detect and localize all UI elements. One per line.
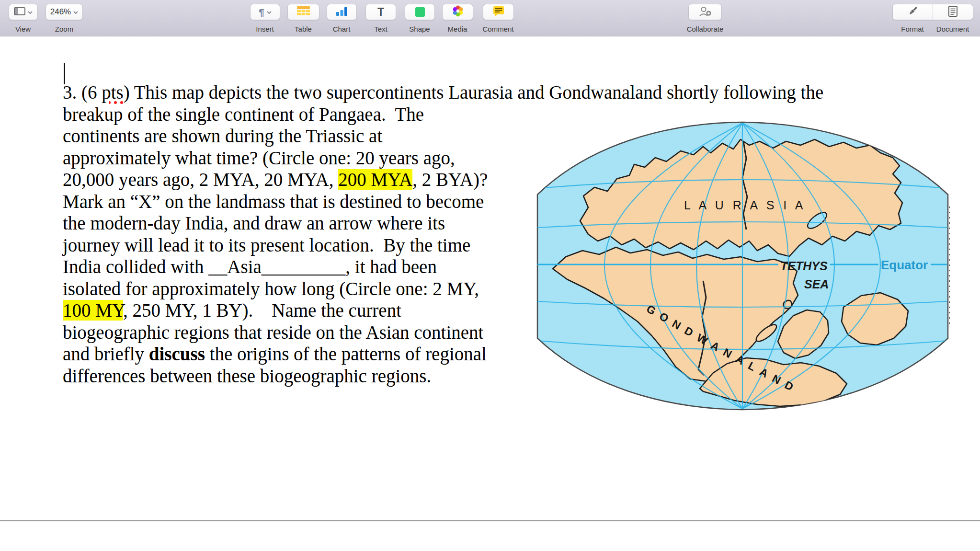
toolbar: View 246% Zoom ¶ Insert xyxy=(0,0,980,36)
format-button[interactable] xyxy=(893,4,933,20)
zoom-dropdown-label: Zoom xyxy=(31,25,98,33)
chevron-down-icon xyxy=(28,8,33,16)
highlighted-text: 200 MYA xyxy=(338,169,412,190)
text-icon: T xyxy=(377,7,384,18)
document-page[interactable]: 3. (6 pts) This map depicts the two supe… xyxy=(0,37,980,551)
table-button[interactable] xyxy=(287,4,319,20)
document-icon xyxy=(948,6,957,19)
zoom-value: 246% xyxy=(50,7,71,17)
misspelled-word: pts xyxy=(102,82,124,103)
document-button[interactable] xyxy=(933,4,973,20)
comment-button[interactable] xyxy=(483,4,514,20)
document-button-label: Document xyxy=(919,25,980,33)
shape-icon xyxy=(415,7,425,17)
pages-app-window: View 246% Zoom ¶ Insert xyxy=(0,0,980,551)
format-document-segmented-control xyxy=(892,4,973,20)
comment-button-label: Comment xyxy=(465,25,532,33)
insert-button[interactable]: ¶ xyxy=(250,4,280,20)
panel-layout-icon xyxy=(14,7,25,17)
chart-button[interactable] xyxy=(327,4,357,20)
comment-icon xyxy=(493,6,504,18)
view-button[interactable] xyxy=(9,4,38,20)
laurasia-label: L A U R A S I A xyxy=(684,198,806,212)
pilcrow-icon: ¶ xyxy=(259,7,264,17)
media-flower-icon xyxy=(452,5,464,19)
collaborate-button-label: Collaborate xyxy=(672,25,739,33)
shape-button[interactable] xyxy=(405,4,435,20)
highlighted-text: 100 MY xyxy=(63,300,123,321)
text-line: 3. (6 pts) This map depicts the two supe… xyxy=(63,81,823,103)
format-paintbrush-icon xyxy=(907,5,919,19)
collaborate-button[interactable] xyxy=(688,4,722,20)
tethys-sea-label-line1: TETHYS xyxy=(780,259,828,273)
equator-label: Equator xyxy=(881,258,928,272)
chevron-down-icon xyxy=(267,8,272,16)
zoom-dropdown[interactable]: 246% xyxy=(46,4,83,20)
collaborate-person-icon xyxy=(698,6,712,18)
tethys-sea-label-line2: SEA xyxy=(804,277,829,291)
table-icon xyxy=(297,6,310,18)
media-button[interactable] xyxy=(442,4,473,20)
chevron-down-icon xyxy=(73,8,78,16)
text-button[interactable]: T xyxy=(365,4,396,20)
chart-icon xyxy=(336,7,347,18)
supercontinents-map-figure[interactable]: L A U R A S I A TETHYS SEA Equator GONDW… xyxy=(535,120,951,412)
page-boundary-line xyxy=(0,520,980,521)
